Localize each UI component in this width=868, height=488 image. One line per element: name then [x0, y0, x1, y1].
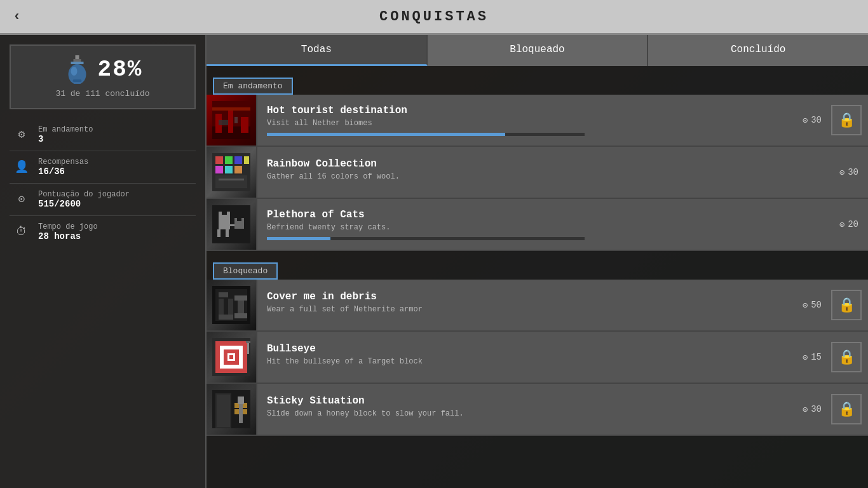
achievement-thumbnail [207, 199, 257, 250]
tab-todas[interactable]: Todas [207, 35, 428, 66]
achievement-thumbnail [207, 332, 257, 383]
section-header-bloqueado: Bloqueado [213, 262, 278, 280]
stat-item-tempo: ⏱ Tempo de jogo 28 horas [10, 216, 196, 248]
achievement-progress-bar [267, 237, 585, 240]
stat-value-recompensas: 16/36 [38, 166, 88, 177]
stat-text-em-andamento: Em andamento 3 [38, 125, 93, 144]
stat-value-pontuacao: 515/2600 [38, 199, 130, 209]
achievement-points: ⊙ 30 [793, 109, 831, 132]
achievement-description: Wear a full set of Netherite armor [267, 305, 783, 314]
tab-concluido[interactable]: Concluído [648, 35, 868, 66]
achievement-points: ⊙ 30 [830, 161, 868, 184]
stat-icon-em-andamento: ⚙ [13, 125, 31, 143]
achievement-info: Hot tourist destination Visit all Nether… [257, 98, 793, 142]
svg-rect-2 [71, 62, 83, 64]
potion-icon [63, 55, 92, 84]
achievement-info: Bullseye Hit the bullseye of a Target bl… [257, 337, 793, 377]
svg-rect-34 [241, 218, 244, 222]
svg-rect-28 [219, 224, 230, 229]
svg-rect-29 [217, 229, 220, 237]
stat-label-em-andamento: Em andamento [38, 125, 93, 134]
svg-rect-23 [219, 179, 244, 180]
svg-rect-18 [244, 156, 249, 164]
svg-rect-22 [215, 175, 247, 188]
svg-rect-54 [217, 395, 230, 427]
achievement-points: ⊙ 30 [793, 398, 831, 421]
progress-label: 31 de 111 concluído [55, 89, 149, 98]
svg-rect-19 [215, 166, 223, 173]
tab-bloqueado[interactable]: Bloqueado [428, 35, 649, 66]
stat-text-tempo: Tempo de jogo 28 horas [38, 222, 98, 241]
achievement-name: Plethora of Cats [267, 209, 820, 220]
svg-rect-11 [212, 107, 250, 111]
achievement-lock-badge: 🔒 [831, 394, 862, 424]
achievement-info: Sticky Situation Slide down a honey bloc… [257, 389, 793, 430]
achievement-thumbnail [207, 384, 257, 435]
achievement-name: Sticky Situation [267, 395, 783, 407]
achievement-description: Slide down a honey block to slow your fa… [267, 409, 783, 418]
achievements-list: Em andamento Hot tourist destination Vis… [207, 66, 868, 436]
achievement-thumbnail [207, 147, 257, 198]
page-title: CONQUISTAS [379, 9, 489, 25]
stat-label-pontuacao: Pontuação do jogador [38, 190, 130, 199]
achievement-name: Hot tourist destination [267, 105, 783, 116]
achievement-item-hot-tourist[interactable]: Hot tourist destination Visit all Nether… [207, 95, 868, 147]
points-value: 30 [811, 115, 822, 125]
achievements-scroll[interactable]: Em andamento Hot tourist destination Vis… [207, 66, 868, 488]
svg-rect-15 [215, 156, 223, 164]
svg-rect-1 [73, 59, 81, 62]
achievement-item-bullseye[interactable]: Bullseye Hit the bullseye of a Target bl… [207, 332, 868, 384]
points-icon: ⊙ [839, 219, 844, 230]
back-button[interactable]: ‹ [13, 9, 21, 25]
svg-rect-9 [228, 111, 233, 133]
points-value: 15 [811, 352, 822, 362]
achievement-progress-fill [267, 133, 505, 136]
tabs: Todas Bloqueado Concluído [207, 35, 868, 66]
achievement-points: ⊙ 50 [793, 294, 831, 317]
svg-rect-49 [229, 355, 233, 359]
points-value: 20 [848, 219, 858, 229]
achievement-description: Hit the bullseye of a Target block [267, 357, 783, 366]
progress-box: 28% 31 de 111 concluído [10, 44, 196, 109]
points-icon: ⊙ [803, 352, 808, 363]
main-layout: 28% 31 de 111 concluído ⚙ Em andamento 3… [0, 35, 868, 488]
achievement-item-rainbow-collection[interactable]: Rainbow Collection Gather all 16 colors … [207, 147, 868, 199]
svg-rect-43 [234, 313, 247, 318]
stat-icon-recompensas: 👤 [13, 158, 31, 175]
achievement-thumbnail [207, 95, 257, 146]
achievement-info: Plethora of Cats Befriend twenty stray c… [257, 203, 830, 247]
svg-rect-26 [219, 212, 222, 217]
stat-icon-tempo: ⏱ [13, 222, 31, 240]
stat-value-em-andamento: 3 [38, 134, 93, 144]
achievement-progress-fill [267, 237, 330, 240]
svg-rect-40 [219, 315, 233, 320]
points-icon: ⊙ [803, 404, 808, 415]
points-icon: ⊙ [803, 300, 808, 311]
achievement-item-cover-debris[interactable]: Cover me in debris Wear a full set of Ne… [207, 280, 868, 332]
achievement-thumbnail [207, 280, 257, 330]
achievement-description: Befriend twenty stray cats. [267, 223, 820, 232]
achievement-item-sticky-situation[interactable]: Sticky Situation Slide down a honey bloc… [207, 384, 868, 436]
svg-rect-27 [227, 212, 230, 217]
top-bar: ‹ CONQUISTAS [0, 0, 868, 35]
achievement-name: Rainbow Collection [267, 158, 820, 170]
svg-rect-16 [225, 156, 233, 164]
achievement-name: Bullseye [267, 343, 783, 355]
stat-item-pontuacao: ⊙ Pontuação do jogador 515/2600 [10, 184, 196, 216]
stat-value-tempo: 28 horas [38, 231, 98, 241]
svg-rect-12 [219, 120, 228, 125]
stat-item-em-andamento: ⚙ Em andamento 3 [10, 119, 196, 151]
achievement-progress-bar [267, 133, 585, 136]
points-icon: ⊙ [803, 115, 808, 126]
svg-rect-58 [239, 404, 243, 423]
achievement-item-plethora-cats[interactable]: Plethora of Cats Befriend twenty stray c… [207, 199, 868, 251]
achievement-description: Gather all 16 colors of wool. [267, 172, 820, 181]
right-panel: Todas Bloqueado Concluído Em andamento H… [207, 35, 868, 488]
svg-rect-20 [225, 166, 233, 173]
achievement-info: Cover me in debris Wear a full set of Ne… [257, 285, 793, 325]
achievement-lock-badge: 🔒 [831, 105, 862, 135]
stat-label-tempo: Tempo de jogo [38, 222, 98, 231]
svg-rect-37 [219, 292, 228, 297]
svg-point-4 [71, 67, 77, 76]
achievement-name: Cover me in debris [267, 291, 783, 302]
